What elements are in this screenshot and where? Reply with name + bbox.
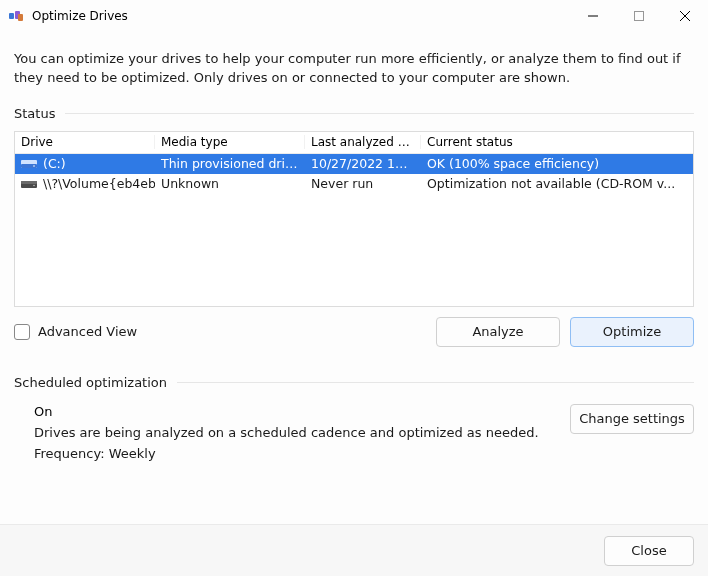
change-settings-button[interactable]: Change settings xyxy=(570,404,694,434)
drive-row[interactable]: (C:) Thin provisioned drive 10/27/2022 1… xyxy=(15,154,693,174)
scheduled-frequency: Frequency: Weekly xyxy=(34,446,539,461)
column-drive[interactable]: Drive xyxy=(15,135,155,149)
drive-name: (C:) xyxy=(43,156,66,171)
advanced-view-label: Advanced View xyxy=(38,324,137,339)
hard-drive-icon xyxy=(21,158,37,170)
analyze-button[interactable]: Analyze xyxy=(436,317,560,347)
minimize-button[interactable] xyxy=(570,0,616,32)
svg-point-9 xyxy=(33,165,35,167)
column-media-type[interactable]: Media type xyxy=(155,135,305,149)
column-last-analyzed[interactable]: Last analyzed or o... xyxy=(305,135,421,149)
optimize-button[interactable]: Optimize xyxy=(570,317,694,347)
svg-rect-4 xyxy=(635,12,644,21)
column-current-status[interactable]: Current status xyxy=(421,135,693,149)
svg-rect-11 xyxy=(21,181,37,184)
close-button[interactable]: Close xyxy=(604,536,694,566)
hard-drive-icon xyxy=(21,178,37,190)
drive-media-type: Thin provisioned drive xyxy=(155,156,305,171)
drive-current-status: Optimization not available (CD-ROM v... xyxy=(421,176,693,191)
drive-last-analyzed: Never run xyxy=(305,176,421,191)
drive-list-header[interactable]: Drive Media type Last analyzed or o... C… xyxy=(15,132,693,154)
window-controls xyxy=(570,0,708,32)
drive-name: \\?\Volume{eb4eb... xyxy=(43,176,155,191)
window-title: Optimize Drives xyxy=(32,9,128,23)
svg-point-12 xyxy=(33,184,35,186)
maximize-button xyxy=(616,0,662,32)
scheduled-label: Scheduled optimization xyxy=(14,375,167,390)
scheduled-desc: Drives are being analyzed on a scheduled… xyxy=(34,425,539,440)
bottom-bar: Close xyxy=(0,524,708,576)
svg-rect-2 xyxy=(18,14,23,21)
advanced-view-checkbox[interactable]: Advanced View xyxy=(14,324,137,340)
drive-current-status: OK (100% space efficiency) xyxy=(421,156,693,171)
scheduled-section-header: Scheduled optimization xyxy=(14,375,694,390)
svg-rect-0 xyxy=(9,13,14,19)
close-window-button[interactable] xyxy=(662,0,708,32)
app-icon xyxy=(8,8,24,24)
drive-last-analyzed: 10/27/2022 12:34 ... xyxy=(305,156,421,171)
drive-list: Drive Media type Last analyzed or o... C… xyxy=(14,131,694,307)
titlebar: Optimize Drives xyxy=(0,0,708,32)
scheduled-on-label: On xyxy=(34,404,539,419)
status-section-header: Status xyxy=(14,106,694,121)
drive-row[interactable]: \\?\Volume{eb4eb... Unknown Never run Op… xyxy=(15,174,693,194)
status-label: Status xyxy=(14,106,55,121)
intro-text: You can optimize your drives to help you… xyxy=(14,50,694,88)
drive-media-type: Unknown xyxy=(155,176,305,191)
checkbox-box[interactable] xyxy=(14,324,30,340)
